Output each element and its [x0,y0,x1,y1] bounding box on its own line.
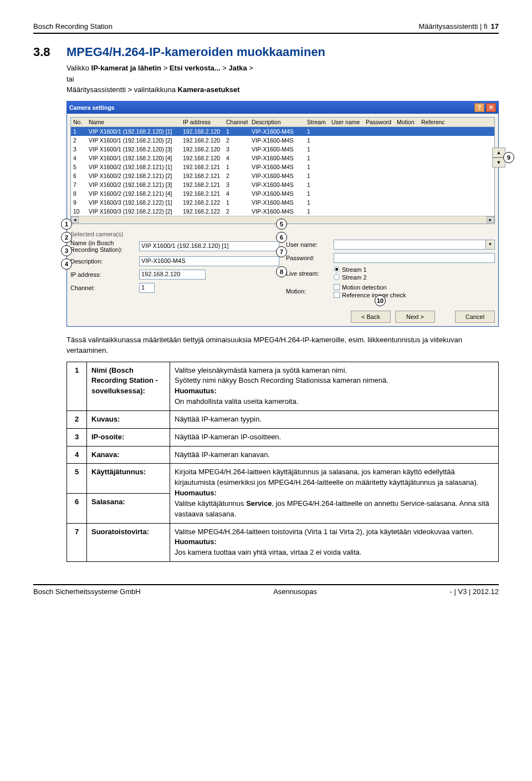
help-icon[interactable]: ? [474,103,484,112]
stream2-radio[interactable]: Stream 2 [334,274,367,281]
header-left: Bosch Recording Station [33,22,112,31]
table-row[interactable]: 9VIP X1600/3 (192.168.2.122) [1]192.168.… [71,198,494,207]
definition-row: 2Kuvaus:Näyttää IP-kameran tyypin. [67,410,499,428]
cancel-button[interactable]: Cancel [455,311,495,323]
callout-6: 6 [276,232,287,243]
section-number: 3.8 [33,45,66,59]
table-row[interactable]: 10VIP X1600/3 (192.168.2.122) [2]192.168… [71,207,494,216]
chevron-down-icon[interactable]: ▼ [486,240,495,250]
intro-text: Valikko IP-kamerat ja lähetin > Etsi ver… [66,63,499,95]
stream1-radio[interactable]: Stream 1 [334,266,367,273]
next-button[interactable]: Next > [395,311,435,323]
callout-9: 9 [503,152,514,163]
page-footer: Bosch Sicherheitssysteme GmbH Asennusopa… [33,584,499,596]
definition-row: 1Nimi (Bosch Recording Station -sovelluk… [67,362,499,410]
callout-7: 7 [276,246,287,257]
definitions-table: 1Nimi (Bosch Recording Station -sovelluk… [66,362,499,562]
name-field[interactable]: VIP X1600/1 (192.168.2.120) [1] [139,241,279,251]
section-title: MPEG4/H.264-IP-kameroiden muokkaaminen [66,45,325,59]
scroll-right-icon[interactable]: ► [487,216,494,223]
table-row[interactable]: 1VIP X1600/1 (192.168.2.120) [1]192.168.… [71,127,494,136]
password-field[interactable] [334,253,495,263]
callout-4: 4 [61,258,72,270]
dialog-window: Camera settings ? ✕ No. Name IP address … [66,101,499,327]
definition-row: 5Käyttäjätunnus:Kirjoita MPEG4/H.264-lai… [67,464,499,494]
page-number: 17 [491,22,499,31]
scroll-left-icon[interactable]: ◄ [71,216,79,223]
table-row[interactable]: 3VIP X1600/1 (192.168.2.120) [3]192.168.… [71,145,494,154]
definition-row: 7Suoratoistovirta:Valitse MPEG4/H.264-la… [67,523,499,562]
table-row[interactable]: 4VIP X1600/1 (192.168.2.120) [4]192.168.… [71,154,494,163]
callout-5: 5 [276,219,287,230]
callout-2: 2 [61,232,72,243]
callout-3: 3 [61,245,72,256]
table-row[interactable]: 6VIP X1600/2 (192.168.2.121) [2]192.168.… [71,171,494,180]
ip-field[interactable]: 192.168.2.120 [139,270,206,280]
motion-checkbox[interactable]: Motion detection [334,284,406,291]
after-paragraph: Tässä valintaikkunassa määritetään tiett… [66,334,499,356]
footer-right: - | V3 | 2012.12 [450,587,499,596]
username-field[interactable] [334,240,486,250]
description-field[interactable]: VIP-X1600-M4S [139,256,279,266]
screenshot: Camera settings ? ✕ No. Name IP address … [66,101,499,327]
definition-row: 4Kanava:Näyttää IP-kameran kanavan. [67,446,499,464]
header-mid: Määritysassistentti | fi [419,22,488,31]
close-icon[interactable]: ✕ [486,103,496,112]
callout-8: 8 [276,266,287,277]
footer-left: Bosch Sicherheitssysteme GmbH [33,587,141,596]
table-row[interactable]: 7VIP X1600/2 (192.168.2.121) [3]192.168.… [71,180,494,189]
channel-field[interactable]: 1 [139,283,155,293]
refimage-checkbox[interactable]: Reference image check [334,292,406,298]
grid-header: No. Name IP address Channel Description … [71,118,494,127]
section-heading: 3.8 MPEG4/H.264-IP-kameroiden muokkaamin… [33,45,499,59]
titlebar: Camera settings ? ✕ [67,102,498,114]
window-title: Camera settings [69,104,115,111]
table-row[interactable]: 2VIP X1600/1 (192.168.2.120) [2]192.168.… [71,136,494,145]
back-button[interactable]: < Back [351,311,391,323]
callout-10: 10 [375,295,386,306]
camera-grid[interactable]: No. Name IP address Channel Description … [70,117,495,224]
page-header: Bosch Recording Station Määritysassisten… [33,22,499,34]
footer-mid: Asennusopas [273,587,317,596]
table-row[interactable]: 5VIP X1600/2 (192.168.2.121) [1]192.168.… [71,163,494,171]
definition-row: 3IP-osoite:Näyttää IP-kameran IP-osoitte… [67,428,499,446]
table-row[interactable]: 8VIP X1600/2 (192.168.2.121) [4]192.168.… [71,189,494,198]
callout-1: 1 [61,219,72,230]
selected-label: Selected camera(s) [70,231,279,237]
